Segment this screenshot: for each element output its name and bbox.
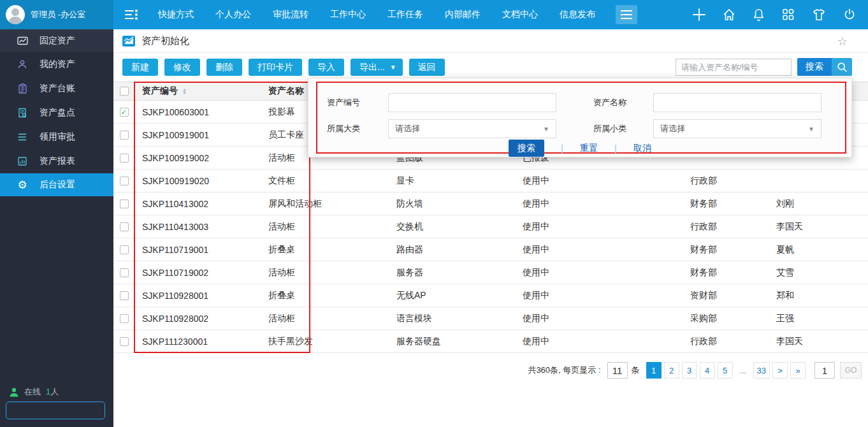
import-button[interactable]: 导入 [308, 59, 344, 76]
export-dropdown-button[interactable]: 导出...▼ [351, 59, 403, 76]
table-row[interactable]: SJKP111230001 扶手黑沙发 服务器硬盘 使用中 行政部 李国天 [113, 330, 868, 353]
quick-search-input[interactable] [676, 59, 792, 76]
main-content: 资产初始化 ☆ 新建 修改 删除 打印卡片 导入 导出...▼ 返回 搜索 [113, 29, 868, 427]
bell-icon[interactable] [752, 8, 765, 22]
last-page-button[interactable]: » [790, 362, 806, 379]
cell-department: 行政部 [684, 330, 774, 352]
minor-category-label: 所属小类 [593, 123, 626, 134]
row-checkbox[interactable] [120, 222, 129, 231]
row-checkbox[interactable] [120, 177, 129, 185]
home-icon[interactable] [722, 8, 736, 22]
online-label: 在线 [24, 386, 41, 398]
reset-button[interactable]: 重置 [580, 143, 598, 154]
row-checkbox[interactable] [120, 337, 129, 346]
cell-asset-code: SJKP100919001 [134, 124, 266, 146]
asset-chart-icon [17, 36, 28, 46]
sidebar-toggle-icon[interactable] [124, 8, 139, 22]
sidebar-item-approval[interactable]: 领用审批 [0, 125, 113, 149]
advanced-search-panel: 资产编号 资产名称 所属大类 请选择▼ 所属小类 请选择▼ 搜索 | 重 [308, 78, 852, 157]
select-all-checkbox[interactable] [120, 87, 129, 96]
header-asset-code[interactable]: 资产编号▲▼ [134, 82, 266, 100]
add-icon[interactable] [692, 8, 706, 22]
sidebar-search-input[interactable] [6, 402, 126, 419]
asset-code-input[interactable] [388, 93, 556, 112]
user-menu[interactable]: 管理员 -办公室 [0, 0, 113, 29]
sidebar-item-my-assets[interactable]: 我的资产 [0, 52, 113, 76]
cell-asset-name2: 防火墙 [394, 192, 519, 215]
row-checkbox[interactable] [120, 245, 129, 254]
row-checkbox[interactable] [120, 131, 129, 140]
sidebar-item-backend-settings[interactable]: ⚙ 后台设置 [0, 173, 113, 196]
page-title: 资产初始化 [141, 35, 189, 47]
sidebar-item-asset-ledger[interactable]: 资产台账 [0, 76, 113, 101]
topbar: 管理员 -办公室 快捷方式 个人办公 审批流转 工作中心 工作任务 内部邮件 文… [0, 0, 868, 29]
theme-icon[interactable] [811, 8, 827, 22]
cell-user: 艾雪 [774, 261, 868, 284]
nav-personal-office[interactable]: 个人办公 [215, 9, 251, 20]
search-button[interactable]: 搜索 [797, 58, 852, 76]
favorite-star-icon[interactable]: ☆ [837, 34, 848, 48]
sidebar-item-asset-inventory[interactable]: 资产盘点 [0, 101, 113, 125]
caret-down-icon: ▼ [808, 126, 814, 133]
row-checkbox[interactable] [120, 154, 129, 163]
go-button[interactable]: GO [840, 362, 862, 379]
asset-name-label: 资产名称 [593, 97, 626, 108]
panel-search-button[interactable]: 搜索 [509, 140, 544, 157]
nav-document-center[interactable]: 文档中心 [502, 9, 538, 20]
back-button[interactable]: 返回 [409, 59, 445, 76]
print-card-button[interactable]: 打印卡片 [249, 59, 302, 76]
more-menu-button[interactable] [616, 5, 637, 24]
major-category-select[interactable]: 请选择▼ [388, 119, 556, 138]
cell-status: 使用中 [519, 284, 684, 307]
table-row[interactable]: SJKP100919020 文件柜 显卡 使用中 行政部 [113, 170, 868, 192]
cell-status: 使用中 [519, 261, 684, 284]
page-button-5[interactable]: 5 [718, 362, 733, 379]
cancel-button[interactable]: 取消 [633, 143, 651, 154]
page-button-4[interactable]: 4 [700, 362, 715, 379]
nav-work-tasks[interactable]: 工作任务 [387, 9, 423, 20]
sort-icon[interactable]: ▲▼ [182, 88, 187, 94]
jump-page-input[interactable] [814, 362, 835, 379]
cell-status: 使用中 [519, 238, 684, 261]
table-row[interactable]: SJKP110928001 折叠桌 无线AP 使用中 资财部 郑和 [113, 284, 868, 307]
page-button-1[interactable]: 1 [646, 362, 662, 379]
top-navigation: 快捷方式 个人办公 审批流转 工作中心 工作任务 内部邮件 文档中心 信息发布 [158, 9, 595, 20]
row-checkbox[interactable] [120, 268, 129, 277]
cell-user: 夏帆 [774, 238, 868, 261]
minor-category-select[interactable]: 请选择▼ [653, 119, 821, 138]
edit-button[interactable]: 修改 [164, 59, 200, 76]
nav-approval-flow[interactable]: 审批流转 [273, 9, 308, 20]
sidebar-item-fixed-assets[interactable]: 固定资产 [0, 29, 113, 52]
page-button-2[interactable]: 2 [664, 362, 679, 379]
new-button[interactable]: 新建 [122, 59, 158, 76]
nav-work-center[interactable]: 工作中心 [330, 9, 366, 20]
table-row[interactable]: SJKP110719001 折叠桌 路由器 使用中 财务部 夏帆 [113, 238, 868, 261]
nav-shortcuts[interactable]: 快捷方式 [158, 9, 194, 20]
sidebar-item-label: 资产台账 [40, 83, 75, 94]
page-size-input[interactable] [607, 362, 628, 379]
cell-user [774, 170, 868, 192]
apps-icon[interactable] [781, 8, 795, 22]
page-button-3[interactable]: 3 [682, 362, 697, 379]
page-button-33[interactable]: 33 [753, 362, 770, 379]
asset-name-input[interactable] [653, 93, 821, 112]
delete-button[interactable]: 删除 [206, 59, 242, 76]
row-checkbox[interactable] [120, 314, 129, 323]
power-icon[interactable] [843, 8, 857, 22]
sidebar-item-label: 固定资产 [40, 35, 75, 47]
row-checkbox[interactable] [120, 291, 129, 300]
table-row[interactable]: SJKP110719002 活动柜 服务器 使用中 财务部 艾雪 [113, 261, 868, 284]
cell-user: 郑和 [774, 284, 868, 307]
table-row[interactable]: SJKP110928002 活动柜 语言模块 使用中 采购部 王强 [113, 307, 868, 330]
row-checkbox[interactable] [120, 199, 129, 208]
table-row[interactable]: SJKP110413003 活动柜 交换机 使用中 行政部 李国天 [113, 215, 868, 238]
nav-internal-mail[interactable]: 内部邮件 [445, 9, 481, 20]
nav-info-publish[interactable]: 信息发布 [560, 9, 595, 20]
cell-asset-name: 折叠桌 [266, 238, 394, 261]
cell-user: 王强 [774, 307, 868, 329]
next-page-button[interactable]: > [772, 362, 788, 379]
sidebar-search [6, 402, 105, 419]
row-checkbox[interactable]: ✓ [120, 108, 129, 117]
sidebar-item-asset-reports[interactable]: 资产报表 [0, 149, 113, 173]
table-row[interactable]: SJKP110413002 屏风和活动柜 防火墙 使用中 财务部 刘刚 [113, 192, 868, 215]
